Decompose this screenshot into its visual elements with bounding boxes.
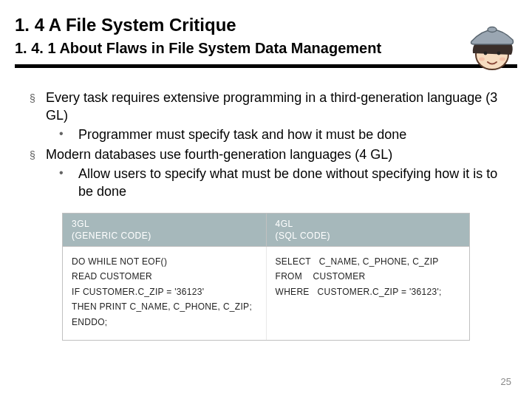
header-line2: (SQL CODE): [276, 230, 461, 242]
bullet-l2-icon: •: [59, 165, 78, 201]
bullet-l1-icon: §: [30, 146, 46, 163]
page-number: 25: [501, 376, 511, 387]
header-line2: (GENERIC CODE): [72, 230, 257, 242]
table-header-3gl: 3GL (GENERIC CODE): [63, 214, 266, 246]
table-body-row: DO WHILE NOT EOF() READ CUSTOMER IF CUST…: [63, 247, 469, 340]
bullet-text: Every task requires extensive programmin…: [46, 89, 502, 125]
svg-point-2: [484, 52, 488, 55]
code-comparison-table: 3GL (GENERIC CODE) 4GL (SQL CODE) DO WHI…: [62, 213, 470, 341]
svg-point-1: [488, 27, 497, 33]
bullet-item: • Programmer must specify task and how i…: [59, 126, 502, 143]
content-area: § Every task requires extensive programm…: [0, 74, 532, 341]
svg-point-4: [479, 58, 485, 61]
bullet-l2-icon: •: [59, 126, 78, 143]
bullet-text: Modern databases use fourth-generation l…: [46, 146, 502, 163]
bullet-l1-icon: §: [30, 89, 46, 125]
table-header-row: 3GL (GENERIC CODE) 4GL (SQL CODE): [63, 214, 469, 247]
title-block: 1. 4 A File System Critique 1. 4. 1 Abou…: [0, 0, 532, 68]
bullet-item: § Modern databases use fourth-generation…: [30, 146, 502, 163]
avatar: [467, 22, 517, 72]
svg-point-5: [499, 58, 505, 61]
bullet-item: § Every task requires extensive programm…: [30, 89, 502, 125]
bullet-text: Allow users to specify what must be done…: [78, 165, 502, 201]
title-divider: [15, 64, 517, 68]
code-3gl: DO WHILE NOT EOF() READ CUSTOMER IF CUST…: [63, 247, 266, 340]
slide-subtitle: 1. 4. 1 About Flaws in File System Data …: [15, 39, 517, 57]
slide-title: 1. 4 A File System Critique: [15, 15, 517, 36]
code-4gl: SELECT C_NAME, C_PHONE, C_ZIP FROM CUSTO…: [266, 247, 470, 340]
slide: 1. 4 A File System Critique 1. 4. 1 Abou…: [0, 0, 532, 399]
header-line1: 4GL: [276, 218, 461, 230]
bullet-item: • Allow users to specify what must be do…: [59, 165, 502, 201]
bullet-text: Programmer must specify task and how it …: [78, 126, 502, 143]
svg-point-3: [497, 52, 501, 55]
table-header-4gl: 4GL (SQL CODE): [266, 214, 470, 246]
header-line1: 3GL: [72, 218, 257, 230]
